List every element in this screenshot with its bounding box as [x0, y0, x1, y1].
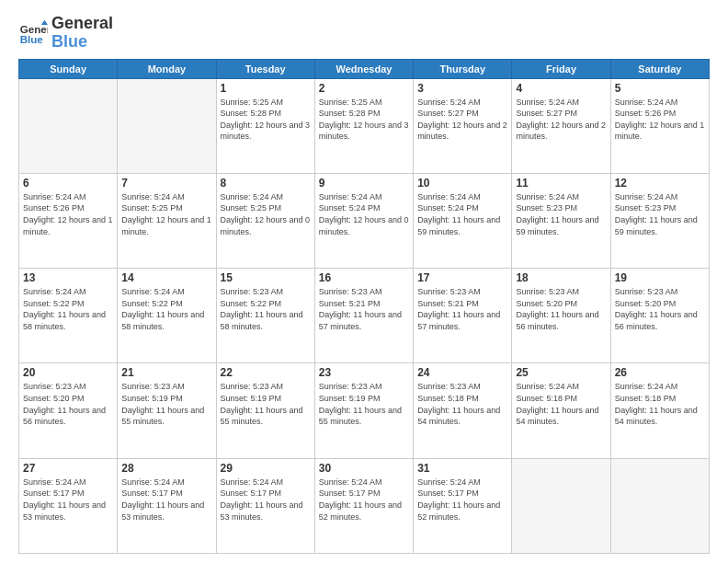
svg-marker-2: [41, 20, 48, 25]
weekday-header: Thursday: [414, 59, 512, 78]
day-number: 25: [516, 366, 606, 379]
day-number: 4: [516, 82, 606, 95]
day-detail: Sunrise: 5:24 AM Sunset: 5:24 PM Dayligh…: [319, 191, 409, 237]
day-number: 17: [417, 271, 507, 284]
calendar-cell: 25Sunrise: 5:24 AM Sunset: 5:18 PM Dayli…: [512, 363, 610, 458]
calendar-page: General Blue General Blue SundayMondayTu…: [0, 0, 728, 563]
day-number: 14: [121, 271, 211, 284]
calendar-table: SundayMondayTuesdayWednesdayThursdayFrid…: [18, 59, 710, 554]
calendar-cell: 22Sunrise: 5:23 AM Sunset: 5:19 PM Dayli…: [216, 363, 314, 458]
day-number: 15: [221, 271, 311, 284]
day-detail: Sunrise: 5:24 AM Sunset: 5:17 PM Dayligh…: [121, 477, 211, 523]
weekday-header: Saturday: [610, 59, 709, 78]
day-detail: Sunrise: 5:23 AM Sunset: 5:20 PM Dayligh…: [516, 286, 606, 332]
day-number: 18: [516, 271, 606, 284]
calendar-cell: 29Sunrise: 5:24 AM Sunset: 5:17 PM Dayli…: [216, 458, 314, 553]
calendar-cell: 10Sunrise: 5:24 AM Sunset: 5:24 PM Dayli…: [414, 173, 512, 268]
svg-text:Blue: Blue: [20, 33, 44, 44]
day-number: 29: [221, 462, 311, 475]
calendar-cell: [512, 458, 610, 553]
day-detail: Sunrise: 5:24 AM Sunset: 5:18 PM Dayligh…: [516, 381, 606, 427]
calendar-cell: [610, 458, 709, 553]
calendar-cell: 4Sunrise: 5:24 AM Sunset: 5:27 PM Daylig…: [512, 78, 610, 173]
calendar-cell: 13Sunrise: 5:24 AM Sunset: 5:22 PM Dayli…: [19, 269, 118, 363]
day-number: 23: [319, 366, 409, 379]
day-number: 20: [23, 366, 113, 379]
day-number: 5: [615, 82, 705, 95]
calendar-cell: 2Sunrise: 5:25 AM Sunset: 5:28 PM Daylig…: [314, 78, 413, 173]
day-number: 27: [23, 462, 113, 475]
calendar-cell: 14Sunrise: 5:24 AM Sunset: 5:22 PM Dayli…: [118, 269, 216, 363]
logo: General Blue General Blue: [18, 15, 113, 52]
day-number: 28: [121, 462, 211, 475]
logo-text: General Blue: [51, 15, 113, 52]
calendar-cell: 3Sunrise: 5:24 AM Sunset: 5:27 PM Daylig…: [414, 78, 512, 173]
weekday-header: Sunday: [19, 59, 118, 78]
calendar-cell: 23Sunrise: 5:23 AM Sunset: 5:19 PM Dayli…: [314, 363, 413, 458]
page-header: General Blue General Blue: [18, 15, 710, 52]
calendar-cell: 26Sunrise: 5:24 AM Sunset: 5:18 PM Dayli…: [610, 363, 709, 458]
calendar-cell: 7Sunrise: 5:24 AM Sunset: 5:25 PM Daylig…: [118, 173, 216, 268]
week-row: 27Sunrise: 5:24 AM Sunset: 5:17 PM Dayli…: [19, 458, 710, 553]
day-number: 26: [615, 366, 705, 379]
day-detail: Sunrise: 5:24 AM Sunset: 5:22 PM Dayligh…: [121, 286, 211, 332]
day-number: 13: [23, 271, 113, 284]
calendar-cell: 28Sunrise: 5:24 AM Sunset: 5:17 PM Dayli…: [118, 458, 216, 553]
calendar-cell: 19Sunrise: 5:23 AM Sunset: 5:20 PM Dayli…: [610, 269, 709, 363]
calendar-cell: 27Sunrise: 5:24 AM Sunset: 5:17 PM Dayli…: [19, 458, 118, 553]
week-row: 20Sunrise: 5:23 AM Sunset: 5:20 PM Dayli…: [19, 363, 710, 458]
day-detail: Sunrise: 5:23 AM Sunset: 5:21 PM Dayligh…: [417, 286, 507, 332]
calendar-cell: 30Sunrise: 5:24 AM Sunset: 5:17 PM Dayli…: [314, 458, 413, 553]
calendar-cell: 16Sunrise: 5:23 AM Sunset: 5:21 PM Dayli…: [314, 269, 413, 363]
week-row: 6Sunrise: 5:24 AM Sunset: 5:26 PM Daylig…: [19, 173, 710, 268]
day-detail: Sunrise: 5:24 AM Sunset: 5:24 PM Dayligh…: [417, 191, 507, 237]
logo-icon: General Blue: [18, 18, 48, 48]
calendar-cell: 31Sunrise: 5:24 AM Sunset: 5:17 PM Dayli…: [414, 458, 512, 553]
calendar-cell: 24Sunrise: 5:23 AM Sunset: 5:18 PM Dayli…: [414, 363, 512, 458]
calendar-cell: 11Sunrise: 5:24 AM Sunset: 5:23 PM Dayli…: [512, 173, 610, 268]
day-detail: Sunrise: 5:25 AM Sunset: 5:28 PM Dayligh…: [319, 97, 409, 143]
calendar-cell: 17Sunrise: 5:23 AM Sunset: 5:21 PM Dayli…: [414, 269, 512, 363]
day-detail: Sunrise: 5:24 AM Sunset: 5:23 PM Dayligh…: [615, 191, 705, 237]
weekday-header: Tuesday: [216, 59, 314, 78]
day-detail: Sunrise: 5:23 AM Sunset: 5:21 PM Dayligh…: [319, 286, 409, 332]
day-detail: Sunrise: 5:25 AM Sunset: 5:28 PM Dayligh…: [221, 97, 311, 143]
day-detail: Sunrise: 5:24 AM Sunset: 5:18 PM Dayligh…: [615, 381, 705, 427]
day-number: 19: [615, 271, 705, 284]
calendar-cell: 8Sunrise: 5:24 AM Sunset: 5:25 PM Daylig…: [216, 173, 314, 268]
day-detail: Sunrise: 5:23 AM Sunset: 5:19 PM Dayligh…: [221, 381, 311, 427]
day-number: 22: [221, 366, 311, 379]
day-number: 2: [319, 82, 409, 95]
calendar-cell: 20Sunrise: 5:23 AM Sunset: 5:20 PM Dayli…: [19, 363, 118, 458]
calendar-cell: [118, 78, 216, 173]
weekday-header-row: SundayMondayTuesdayWednesdayThursdayFrid…: [19, 59, 710, 78]
weekday-header: Monday: [118, 59, 216, 78]
day-number: 3: [417, 82, 507, 95]
day-detail: Sunrise: 5:24 AM Sunset: 5:22 PM Dayligh…: [23, 286, 113, 332]
day-detail: Sunrise: 5:24 AM Sunset: 5:27 PM Dayligh…: [516, 97, 606, 143]
day-detail: Sunrise: 5:24 AM Sunset: 5:17 PM Dayligh…: [23, 477, 113, 523]
calendar-cell: 6Sunrise: 5:24 AM Sunset: 5:26 PM Daylig…: [19, 173, 118, 268]
day-number: 21: [121, 366, 211, 379]
week-row: 13Sunrise: 5:24 AM Sunset: 5:22 PM Dayli…: [19, 269, 710, 363]
day-detail: Sunrise: 5:24 AM Sunset: 5:26 PM Dayligh…: [615, 97, 705, 143]
day-detail: Sunrise: 5:24 AM Sunset: 5:25 PM Dayligh…: [121, 191, 211, 237]
day-detail: Sunrise: 5:23 AM Sunset: 5:19 PM Dayligh…: [319, 381, 409, 427]
day-detail: Sunrise: 5:23 AM Sunset: 5:20 PM Dayligh…: [23, 381, 113, 427]
calendar-cell: 1Sunrise: 5:25 AM Sunset: 5:28 PM Daylig…: [216, 78, 314, 173]
day-detail: Sunrise: 5:24 AM Sunset: 5:25 PM Dayligh…: [221, 191, 311, 237]
day-number: 8: [221, 177, 311, 190]
day-detail: Sunrise: 5:23 AM Sunset: 5:18 PM Dayligh…: [417, 381, 507, 427]
day-number: 9: [319, 177, 409, 190]
day-number: 30: [319, 462, 409, 475]
day-number: 1: [221, 82, 311, 95]
weekday-header: Wednesday: [314, 59, 413, 78]
calendar-cell: [19, 78, 118, 173]
day-number: 11: [516, 177, 606, 190]
calendar-cell: 15Sunrise: 5:23 AM Sunset: 5:22 PM Dayli…: [216, 269, 314, 363]
week-row: 1Sunrise: 5:25 AM Sunset: 5:28 PM Daylig…: [19, 78, 710, 173]
day-detail: Sunrise: 5:23 AM Sunset: 5:19 PM Dayligh…: [121, 381, 211, 427]
day-detail: Sunrise: 5:24 AM Sunset: 5:23 PM Dayligh…: [516, 191, 606, 237]
calendar-cell: 18Sunrise: 5:23 AM Sunset: 5:20 PM Dayli…: [512, 269, 610, 363]
calendar-cell: 12Sunrise: 5:24 AM Sunset: 5:23 PM Dayli…: [610, 173, 709, 268]
